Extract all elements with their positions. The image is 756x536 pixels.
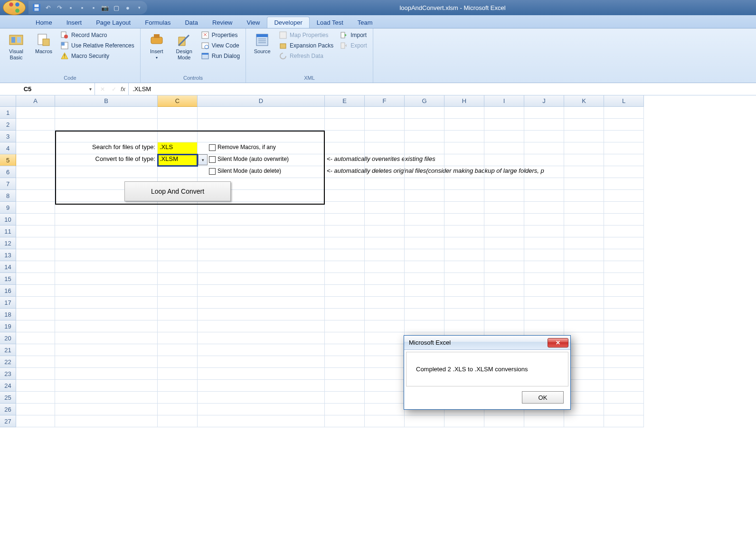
cell[interactable] xyxy=(55,261,158,273)
cell[interactable] xyxy=(405,415,444,427)
save-icon[interactable] xyxy=(32,3,41,12)
redo-icon[interactable]: ↷ xyxy=(55,3,64,12)
row-header[interactable]: 6 xyxy=(0,166,16,178)
cell[interactable] xyxy=(524,320,564,332)
cell[interactable] xyxy=(16,178,55,190)
cell[interactable] xyxy=(16,309,55,320)
cell[interactable] xyxy=(484,415,524,427)
cell[interactable] xyxy=(16,142,55,154)
column-header[interactable]: J xyxy=(524,95,564,107)
cell[interactable] xyxy=(365,190,405,202)
row-header[interactable]: 12 xyxy=(0,237,16,249)
cell[interactable] xyxy=(16,320,55,332)
tab-home[interactable]: Home xyxy=(28,17,59,28)
cell[interactable] xyxy=(405,142,444,154)
cell[interactable] xyxy=(365,261,405,273)
cell[interactable] xyxy=(325,273,365,285)
cell[interactable] xyxy=(365,154,405,166)
cell[interactable] xyxy=(16,368,55,380)
cell[interactable] xyxy=(325,190,365,202)
cell[interactable] xyxy=(524,226,564,237)
cell[interactable] xyxy=(198,131,325,142)
cell[interactable] xyxy=(16,107,55,119)
insert-control-button[interactable]: Insert ▾ xyxy=(144,30,169,74)
tab-insert[interactable]: Insert xyxy=(59,17,89,28)
tab-view[interactable]: View xyxy=(240,17,267,28)
cell[interactable] xyxy=(198,297,325,309)
cell[interactable] xyxy=(55,166,158,178)
cell[interactable] xyxy=(158,320,198,332)
cell[interactable] xyxy=(405,261,444,273)
cell[interactable] xyxy=(198,356,325,368)
cell[interactable] xyxy=(158,392,198,404)
cell[interactable] xyxy=(444,214,484,226)
cell[interactable] xyxy=(524,249,564,261)
cell[interactable] xyxy=(604,297,644,309)
cell[interactable] xyxy=(158,356,198,368)
cell[interactable] xyxy=(198,404,325,415)
chevron-down-icon[interactable]: ▾ xyxy=(89,86,92,92)
row-header[interactable]: 1 xyxy=(0,107,16,119)
cell[interactable] xyxy=(405,131,444,142)
cell[interactable] xyxy=(16,131,55,142)
cell[interactable] xyxy=(524,142,564,154)
cell[interactable] xyxy=(564,131,604,142)
row-header[interactable]: 9 xyxy=(0,202,16,214)
cell[interactable] xyxy=(365,332,405,344)
column-header[interactable]: E xyxy=(325,95,365,107)
row-header[interactable]: 16 xyxy=(0,285,16,297)
cell[interactable] xyxy=(564,297,604,309)
cell[interactable] xyxy=(444,142,484,154)
cell[interactable] xyxy=(325,415,365,427)
column-header[interactable]: I xyxy=(484,95,524,107)
cell[interactable] xyxy=(365,309,405,320)
view-code-button[interactable]: View Code xyxy=(199,41,242,50)
row-header[interactable]: 11 xyxy=(0,226,16,237)
cell[interactable] xyxy=(158,332,198,344)
cell[interactable] xyxy=(325,249,365,261)
cell[interactable] xyxy=(405,285,444,297)
cell[interactable] xyxy=(444,131,484,142)
cell[interactable] xyxy=(16,249,55,261)
cell[interactable] xyxy=(564,154,604,166)
cell[interactable] xyxy=(55,202,158,214)
column-header[interactable]: K xyxy=(564,95,604,107)
cell[interactable] xyxy=(444,107,484,119)
cell[interactable]: Silent Mode (auto delete) xyxy=(198,166,325,178)
cell[interactable] xyxy=(325,178,365,190)
cell[interactable] xyxy=(524,261,564,273)
cell[interactable] xyxy=(604,415,644,427)
cell[interactable] xyxy=(564,190,604,202)
import-button[interactable]: Import xyxy=(338,30,369,40)
cell[interactable] xyxy=(604,190,644,202)
row-header[interactable]: 13 xyxy=(0,249,16,261)
cell[interactable] xyxy=(444,320,484,332)
export-button[interactable]: Export xyxy=(338,41,369,50)
cell[interactable] xyxy=(55,285,158,297)
ok-button[interactable]: OK xyxy=(522,391,564,404)
use-relative-references-button[interactable]: Use Relative References xyxy=(59,41,136,50)
cell[interactable] xyxy=(405,178,444,190)
map-properties-button[interactable]: Map Properties xyxy=(277,30,335,40)
row-header[interactable]: 26 xyxy=(0,404,16,415)
cell[interactable]: .XLSM▾ xyxy=(158,154,198,166)
cell[interactable] xyxy=(604,368,644,380)
cell[interactable] xyxy=(158,166,198,178)
cell[interactable] xyxy=(604,404,644,415)
cell[interactable] xyxy=(55,344,158,356)
cell[interactable] xyxy=(444,119,484,131)
cell[interactable] xyxy=(564,273,604,285)
cell[interactable] xyxy=(198,392,325,404)
cell[interactable] xyxy=(405,237,444,249)
cell[interactable] xyxy=(484,273,524,285)
source-button[interactable]: Source xyxy=(250,30,274,74)
cell[interactable] xyxy=(484,166,524,178)
office-button[interactable] xyxy=(3,0,26,15)
cell[interactable] xyxy=(564,214,604,226)
cell[interactable] xyxy=(365,344,405,356)
cell[interactable] xyxy=(524,273,564,285)
cell[interactable] xyxy=(198,214,325,226)
cell[interactable] xyxy=(325,297,365,309)
column-header[interactable]: L xyxy=(604,95,644,107)
cell[interactable] xyxy=(365,178,405,190)
